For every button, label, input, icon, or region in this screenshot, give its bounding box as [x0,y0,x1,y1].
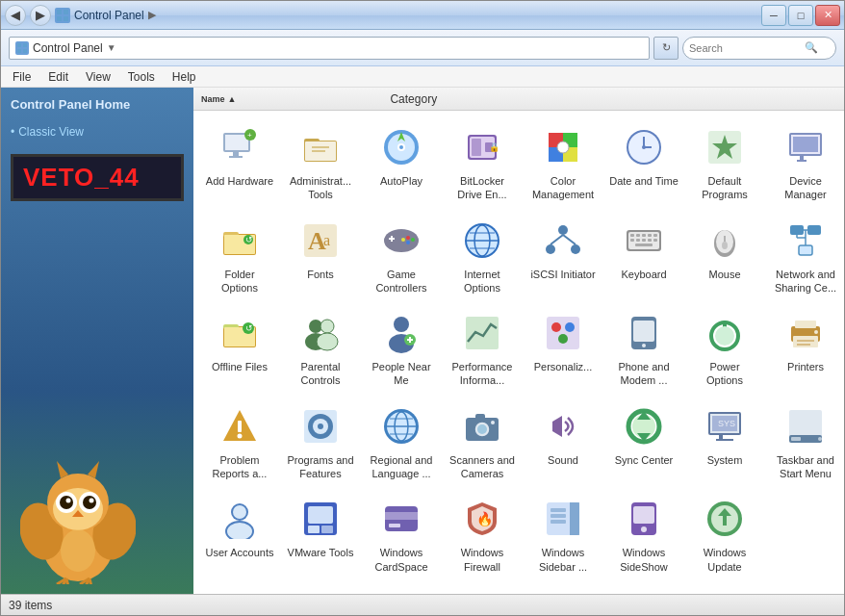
svg-rect-47 [472,139,481,156]
icon-item-mouse[interactable]: Mouse [686,212,763,301]
icon-image-taskbar [782,403,829,449]
icon-image-date-time [621,124,667,170]
icon-item-date-time[interactable]: Date and Time [605,118,682,208]
svg-point-185 [233,505,246,519]
menu-view[interactable]: View [78,68,118,86]
icon-image-autoplay [378,124,424,170]
svg-point-55 [557,141,569,153]
svg-rect-5 [23,43,27,47]
icon-item-problem-reports[interactable]: Problem Reports a... [201,398,278,487]
icon-item-personalize[interactable]: Personaliz... [525,304,602,394]
icon-item-win-sidebar[interactable]: Windows Sidebar ... [525,490,602,579]
menu-edit[interactable]: Edit [40,68,76,86]
icon-label-people-near: People Near Me [367,360,436,388]
icon-label-fonts: Fonts [307,268,334,281]
maximize-button[interactable]: □ [788,5,813,26]
icon-item-offline-files[interactable]: ↺Offline Files [201,304,278,394]
icon-label-user-accounts: User Accounts [206,546,274,559]
svg-rect-30 [225,135,248,150]
address-bar[interactable]: Control Panel ▼ [9,37,650,60]
icon-item-vmware[interactable]: VMware Tools [282,490,359,579]
icon-item-keyboard[interactable]: Keyboard [605,212,682,301]
svg-point-202 [641,526,647,532]
icon-item-win-sideshow[interactable]: Windows SideShow [605,490,682,579]
icon-item-power-opts[interactable]: Power Options [686,304,763,394]
icon-item-autoplay[interactable]: AutoPlay [363,118,440,208]
icon-item-parental[interactable]: Parental Controls [282,304,359,394]
minimize-button[interactable]: ─ [761,5,786,26]
search-icon[interactable]: 🔍 [805,41,818,54]
svg-point-91 [571,244,580,254]
icon-item-perf-info[interactable]: Performance Informa... [444,304,521,394]
icon-label-autoplay: AutoPlay [380,174,422,188]
icon-item-regional[interactable]: Regional and Language ... [363,398,440,487]
icon-label-perf-info: Performance Informa... [448,360,517,388]
close-button[interactable]: ✕ [815,5,840,26]
icon-label-mouse: Mouse [708,268,740,281]
icon-item-printers[interactable]: Printers [767,304,844,394]
menu-file[interactable]: File [5,68,38,86]
back-button[interactable]: ◀ [5,5,26,26]
icon-item-win-update[interactable]: Windows Update [686,490,763,579]
menu-tools[interactable]: Tools [120,68,163,86]
icon-label-sound: Sound [548,453,578,467]
svg-text:+: + [247,131,252,140]
svg-rect-1 [64,10,68,14]
icon-image-sound [540,403,586,449]
icon-item-device-mgr[interactable]: Device Manager [767,118,844,208]
icon-item-fonts[interactable]: AaFonts [282,212,359,301]
icon-image-win-cardspace [378,496,424,542]
icon-item-network-sharing[interactable]: Network and Sharing Ce... [767,212,844,301]
svg-rect-175 [719,435,723,439]
svg-point-90 [546,244,555,254]
forward-button[interactable]: ▶ [30,5,51,26]
icon-item-iscsi[interactable]: iSCSI Initiator [525,212,602,301]
icon-item-admin-tools[interactable]: Administrat... Tools [282,118,359,208]
search-input[interactable] [689,42,805,54]
icon-item-default-progs[interactable]: Default Programs [686,118,763,208]
icon-item-win-cardspace[interactable]: Windows CardSpace [363,490,440,579]
column-name-label: Name [201,94,225,104]
icon-item-sync-center[interactable]: Sync Center [605,398,682,487]
icon-item-system[interactable]: SYSSystem [686,398,763,487]
search-box[interactable]: 🔍 [682,37,836,60]
icon-label-scanners: Scanners and Cameras [448,453,517,481]
icon-item-internet-opts[interactable]: Internet Options [444,212,521,301]
svg-point-148 [814,330,818,334]
title-bar: ◀ ▶ Control Panel ▶ ─ □ ✕ [1,1,844,30]
icon-item-people-near[interactable]: People Near Me [363,304,440,394]
icon-image-fonts: Aa [297,218,344,264]
svg-text:SYS: SYS [718,419,735,428]
icon-item-user-accounts[interactable]: User Accounts [201,490,278,579]
svg-rect-168 [552,422,562,431]
refresh-button[interactable]: ↻ [653,37,679,60]
icon-image-default-progs [702,124,748,170]
icon-label-iscsi: iSCSI Initiator [530,268,595,281]
svg-rect-0 [57,10,62,14]
icon-item-phone-modem[interactable]: Phone and Modem ... [605,304,682,394]
column-category[interactable]: Category [390,92,437,106]
address-dropdown-icon[interactable]: ▼ [107,42,116,53]
svg-point-151 [238,433,243,438]
icon-item-progs-features[interactable]: Programs and Features [282,398,359,487]
icon-image-internet-opts [459,218,505,264]
icon-item-scanners[interactable]: Scanners and Cameras [444,398,521,487]
column-name[interactable]: Name ▲ [201,94,236,104]
icon-item-sound[interactable]: Sound [525,398,602,487]
svg-rect-78 [391,236,393,242]
menu-help[interactable]: Help [165,68,204,86]
icon-image-win-update [702,496,748,542]
icon-item-bitlocker[interactable]: 🔒BitLocker Drive En... [444,118,521,208]
icon-item-taskbar[interactable]: Taskbar and Start Menu [767,398,844,487]
icon-image-phone-modem [621,310,667,356]
icon-item-folder-opts[interactable]: ↺Folder Options [201,212,278,301]
svg-point-110 [722,242,728,249]
icon-item-color-mgmt[interactable]: Color Management [525,118,602,208]
icon-label-internet-opts: Internet Options [448,268,517,295]
icon-label-keyboard: Keyboard [621,268,666,281]
icon-item-win-firewall[interactable]: 🔥Windows Firewall [444,490,521,579]
svg-point-135 [565,322,575,332]
icon-item-game-ctrl[interactable]: Game Controllers [363,212,440,301]
icon-item-add-hardware[interactable]: +Add Hardware [201,118,278,208]
sidebar-classic-view[interactable]: Classic View [11,123,184,141]
